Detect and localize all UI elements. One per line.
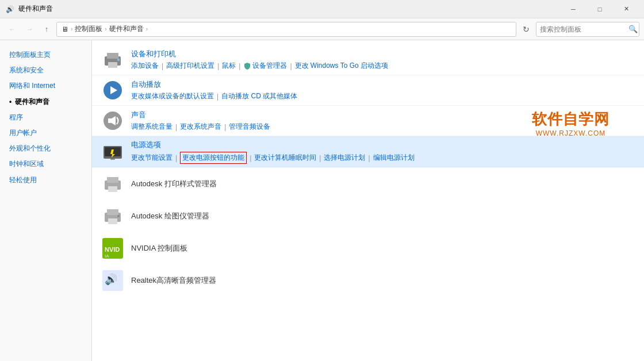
link-add-device[interactable]: 添加设备 [131, 61, 159, 71]
section-autoplay: 自动播放 更改媒体或设备的默认设置 | 自动播放 CD 或其他媒体 [92, 75, 644, 106]
up-button[interactable]: ↑ [39, 22, 54, 37]
link-sleep-time[interactable]: 更改计算机睡眠时间 [254, 153, 316, 163]
standalone-autodesk-plotter: Autodesk 绘图仪管理器 [92, 200, 644, 232]
standalone-realtek: 🔊 Realtek高清晰音频管理器 [92, 264, 644, 297]
icon-devices-printers [101, 48, 124, 71]
section-title-sound[interactable]: 声音 [131, 110, 635, 120]
section-title-autoplay[interactable]: 自动播放 [131, 79, 635, 90]
sidebar-item-hardware[interactable]: 硬件和声音 [0, 94, 91, 110]
section-sound: 声音 调整系统音量 | 更改系统声音 | 管理音频设备 [92, 106, 644, 136]
section-content-devices: 设备和打印机 添加设备 | 高级打印机设置 | 鼠标 | 设备管理器 | 更改 … [131, 49, 635, 71]
icon-sound [101, 109, 124, 132]
sidebar-item-users[interactable]: 用户帐户 [0, 125, 91, 141]
title-nvidia[interactable]: NVIDIA 控制面板 [131, 243, 187, 254]
svg-rect-12 [110, 159, 115, 160]
svg-text:🔊: 🔊 [105, 273, 118, 286]
path-icon: 🖥 [62, 25, 68, 33]
link-power-save[interactable]: 更改节能设置 [131, 153, 172, 163]
sidebar-item-ease[interactable]: 轻松使用 [0, 172, 91, 188]
section-content-power: 电源选项 更改节能设置 | 更改电源按钮的功能 | 更改计算机睡眠时间 | 选择… [131, 140, 635, 164]
link-mouse[interactable]: 鼠标 [222, 61, 236, 71]
title-autodesk-plotter[interactable]: Autodesk 绘图仪管理器 [131, 211, 209, 221]
svg-point-3 [117, 59, 120, 61]
standalone-autodesk-print: Autodesk 打印样式管理器 [92, 168, 644, 200]
path-segment-1: 控制面板 [75, 24, 102, 34]
sidebar-item-system[interactable]: 系统和安全 [0, 63, 91, 78]
sidebar-item-appearance[interactable]: 外观和个性化 [0, 141, 91, 156]
svg-rect-1 [107, 53, 118, 59]
svg-rect-17 [107, 209, 118, 215]
icon-realtek: 🔊 [101, 269, 124, 292]
svg-text:NVID: NVID [105, 246, 120, 253]
link-choose-plan[interactable]: 选择电源计划 [324, 153, 365, 163]
title-bar: 🔊 硬件和声音 ─ □ ✕ [0, 0, 644, 18]
icon-autoplay [101, 79, 124, 102]
link-manage-audio[interactable]: 管理音频设备 [229, 122, 270, 132]
path-segment-2: 硬件和声音 [109, 24, 144, 34]
shield-icon [243, 62, 251, 70]
refresh-button[interactable]: ↻ [519, 22, 534, 37]
link-autoplay-cd[interactable]: 自动播放 CD 或其他媒体 [221, 91, 297, 101]
icon-nvidia: NVID IA [101, 237, 124, 260]
sidebar-item-controlpanel[interactable]: 控制面板主页 [0, 47, 91, 63]
section-links-autoplay: 更改媒体或设备的默认设置 | 自动播放 CD 或其他媒体 [131, 91, 635, 101]
svg-text:IA: IA [105, 254, 109, 259]
icon-autodesk-print [101, 172, 124, 195]
svg-rect-2 [108, 62, 117, 68]
link-adjust-volume[interactable]: 调整系统音量 [131, 122, 172, 132]
section-title-power[interactable]: 电源选项 [131, 140, 635, 150]
title-bar-icon: 🔊 [5, 4, 15, 14]
sidebar: 控制面板主页 系统和安全 网络和 Internet 硬件和声音 程序 用户帐户 … [0, 40, 92, 361]
section-links-devices: 添加设备 | 高级打印机设置 | 鼠标 | 设备管理器 | 更改 Windows… [131, 61, 635, 71]
sidebar-item-network[interactable]: 网络和 Internet [0, 78, 91, 94]
title-realtek[interactable]: Realtek高清晰音频管理器 [131, 275, 216, 286]
forward-button[interactable]: → [22, 22, 37, 37]
search-icon: 🔍 [628, 25, 638, 33]
back-button[interactable]: ← [5, 22, 20, 37]
search-input[interactable] [540, 25, 626, 33]
section-title-devices[interactable]: 设备和打印机 [131, 49, 635, 59]
link-device-manager[interactable]: 设备管理器 [252, 61, 287, 71]
title-autodesk-print[interactable]: Autodesk 打印样式管理器 [131, 179, 217, 189]
search-box[interactable]: 🔍 [536, 22, 639, 37]
address-path[interactable]: 🖥 › 控制面板 › 硬件和声音 › [56, 22, 516, 37]
svg-rect-15 [108, 186, 117, 192]
svg-rect-14 [107, 177, 118, 183]
link-change-defaults[interactable]: 更改媒体或设备的默认设置 [131, 91, 214, 101]
title-bar-text: 硬件和声音 [18, 4, 560, 14]
link-power-button-function[interactable]: 更改电源按钮的功能 [180, 152, 247, 164]
icon-power [101, 140, 124, 163]
title-bar-buttons: ─ □ ✕ [560, 0, 639, 18]
link-windows-to-go[interactable]: 更改 Windows To Go 启动选项 [295, 61, 388, 71]
address-bar: ← → ↑ 🖥 › 控制面板 › 硬件和声音 › ↻ 🔍 [0, 18, 644, 40]
minimize-button[interactable]: ─ [560, 0, 586, 18]
section-devices-printers: 设备和打印机 添加设备 | 高级打印机设置 | 鼠标 | 设备管理器 | 更改 … [92, 45, 644, 75]
close-button[interactable]: ✕ [613, 0, 639, 18]
section-content-autoplay: 自动播放 更改媒体或设备的默认设置 | 自动播放 CD 或其他媒体 [131, 79, 635, 101]
icon-autodesk-plotter [101, 205, 124, 228]
svg-rect-7 [108, 118, 112, 123]
maximize-button[interactable]: □ [586, 0, 613, 18]
svg-rect-18 [108, 218, 117, 224]
svg-point-19 [117, 215, 120, 217]
link-change-sound[interactable]: 更改系统声音 [180, 122, 221, 132]
sidebar-item-programs[interactable]: 程序 [0, 110, 91, 125]
standalone-nvidia: NVID IA NVIDIA 控制面板 [92, 232, 644, 264]
main-layout: 控制面板主页 系统和安全 网络和 Internet 硬件和声音 程序 用户帐户 … [0, 40, 644, 361]
section-content-sound: 声音 调整系统音量 | 更改系统声音 | 管理音频设备 [131, 110, 635, 132]
sidebar-item-clock[interactable]: 时钟和区域 [0, 156, 91, 172]
section-power: 电源选项 更改节能设置 | 更改电源按钮的功能 | 更改计算机睡眠时间 | 选择… [92, 136, 644, 168]
link-printer-settings[interactable]: 高级打印机设置 [166, 61, 214, 71]
content-area: 软件自学网 WWW.RJZXW.COM 设备和打印机 添加设备 | 高级打印机设… [92, 40, 644, 361]
link-edit-plan[interactable]: 编辑电源计划 [373, 153, 415, 163]
section-links-sound: 调整系统音量 | 更改系统声音 | 管理音频设备 [131, 122, 635, 132]
section-links-power: 更改节能设置 | 更改电源按钮的功能 | 更改计算机睡眠时间 | 选择电源计划 … [131, 152, 635, 164]
